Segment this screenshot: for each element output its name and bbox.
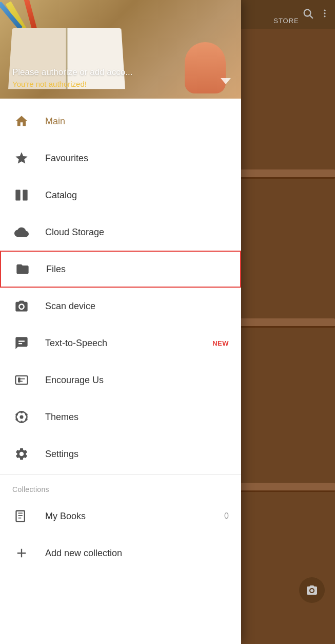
shelf-2 <box>238 318 335 328</box>
svg-rect-5 <box>15 190 20 201</box>
svg-rect-6 <box>23 190 27 201</box>
themes-label: Themes <box>45 412 229 423</box>
sidebar-item-themes[interactable]: Themes <box>0 399 241 435</box>
catalog-icon <box>12 186 31 204</box>
catalog-label: Catalog <box>45 190 229 201</box>
my-books-label: My Books <box>45 511 224 522</box>
auth-subtitle: You're not authorized! <box>12 80 132 88</box>
scan-device-label: Scan device <box>45 301 229 312</box>
encourage-icon <box>12 371 31 389</box>
svg-point-3 <box>324 12 325 14</box>
tts-icon <box>12 334 31 352</box>
cloud-storage-label: Cloud Storage <box>45 227 229 238</box>
sidebar-item-text-to-speech[interactable]: Text-to-Speech NEW <box>0 325 241 362</box>
sidebar-item-my-books[interactable]: My Books 0 <box>0 498 241 535</box>
more-options-icon[interactable] <box>320 8 330 21</box>
drawer-header[interactable]: Please authorize or add acco... You're n… <box>0 0 241 99</box>
svg-point-17 <box>15 413 18 416</box>
svg-rect-9 <box>18 377 21 382</box>
svg-point-14 <box>25 418 28 421</box>
my-books-count: 0 <box>224 512 229 521</box>
shelf-1 <box>238 169 335 179</box>
shelf-3 <box>238 483 335 492</box>
encourage-label: Encourage Us <box>45 375 229 386</box>
svg-point-12 <box>21 411 23 413</box>
home-icon <box>12 112 31 130</box>
themes-icon <box>12 408 31 426</box>
navigation-drawer: Please authorize or add acco... You're n… <box>0 0 241 644</box>
svg-point-4 <box>324 15 325 17</box>
sidebar-item-favourites[interactable]: Favourites <box>0 140 241 177</box>
new-badge: NEW <box>212 339 229 347</box>
scan-icon <box>12 297 31 315</box>
settings-label: Settings <box>45 449 229 460</box>
sidebar-item-catalog[interactable]: Catalog <box>0 177 241 214</box>
add-collection-label: Add new collection <box>45 548 229 559</box>
sidebar-item-encourage-us[interactable]: Encourage Us <box>0 362 241 399</box>
svg-line-1 <box>310 15 312 18</box>
tts-label: Text-to-Speech <box>45 338 212 349</box>
divider <box>0 475 241 475</box>
svg-rect-18 <box>16 511 25 522</box>
collections-header: Collections <box>0 477 241 498</box>
svg-rect-8 <box>15 376 27 384</box>
main-label: Main <box>45 116 229 127</box>
add-icon <box>12 544 31 562</box>
bookshelf-background <box>238 0 335 644</box>
sidebar-item-cloud-storage[interactable]: Cloud Storage <box>0 214 241 251</box>
svg-point-15 <box>21 421 23 423</box>
files-label: Files <box>46 264 228 275</box>
star-icon <box>12 149 31 167</box>
sidebar-item-scan-device[interactable]: Scan device <box>0 288 241 325</box>
sidebar-item-main[interactable]: Main <box>0 103 241 140</box>
svg-point-2 <box>324 10 325 11</box>
sidebar-item-files[interactable]: Files <box>0 251 241 288</box>
menu-list: Main Favourites Catalog <box>0 99 241 644</box>
camera-button[interactable] <box>299 577 325 603</box>
svg-point-13 <box>25 413 28 416</box>
sidebar-item-settings[interactable]: Settings <box>0 435 241 472</box>
search-icon[interactable] <box>302 8 313 22</box>
favourites-label: Favourites <box>45 153 229 164</box>
cloud-icon <box>12 223 31 241</box>
book-collection-icon <box>12 507 31 525</box>
header-bar: STORE <box>238 0 335 29</box>
sidebar-item-add-collection[interactable]: Add new collection <box>0 535 241 572</box>
auth-title: Please authorize or add acco... <box>12 67 132 78</box>
store-label: STORE <box>273 17 299 25</box>
svg-point-16 <box>15 418 18 421</box>
svg-point-11 <box>20 415 24 419</box>
folder-icon <box>13 260 32 278</box>
dropdown-arrow-icon[interactable] <box>221 78 231 84</box>
auth-info: Please authorize or add acco... You're n… <box>12 67 132 88</box>
settings-icon <box>12 445 31 463</box>
